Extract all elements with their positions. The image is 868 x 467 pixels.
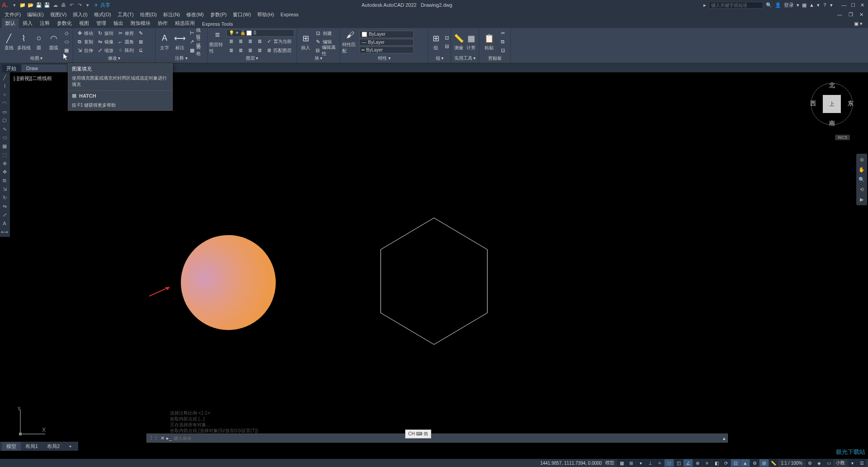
group-panel-title[interactable]: 组 ▾ [430, 55, 449, 62]
nav-wheel-icon[interactable]: ⊛ [858, 156, 866, 164]
status-custom-icon[interactable]: ▾ [848, 459, 857, 467]
status-cycle-icon[interactable]: ⟳ [722, 459, 731, 467]
menu-item-1[interactable]: 编辑(E) [24, 10, 47, 19]
mirror-button[interactable]: ⇋镜像 [95, 38, 115, 46]
tab-drawing[interactable]: Draw [22, 65, 67, 72]
util-panel-title[interactable]: 实用工具 ▾ [453, 55, 477, 62]
status-iso-icon[interactable]: ◈ [815, 459, 824, 467]
ribbon-tab-1[interactable]: 插入 [19, 19, 36, 28]
qat-more-icon[interactable]: ▾ [84, 1, 91, 9]
ribbon-tab-9[interactable]: 精选应用 [171, 19, 198, 28]
doc-restore-icon[interactable]: ❐ [846, 11, 856, 19]
tool-copy-icon[interactable]: ⧉ [0, 176, 9, 184]
ribbon-tab-7[interactable]: 附加模块 [127, 19, 154, 28]
dropdown-icon[interactable]: ▾ [817, 2, 820, 8]
layout-1[interactable]: 布局1 [21, 442, 42, 451]
status-ws-icon[interactable]: ⚙ [750, 459, 759, 467]
paste-button[interactable]: 📋粘贴 [481, 29, 497, 55]
ribbon-tab-5[interactable]: 管理 [93, 19, 110, 28]
menu-item-5[interactable]: 工具(T) [115, 10, 137, 19]
help-dropdown-icon[interactable]: ▾ [830, 2, 833, 8]
menu-item-10[interactable]: 窗口(W) [230, 10, 254, 19]
linetype-dropdown[interactable]: ━ByLayer [359, 47, 414, 53]
fillet-button[interactable]: ⌐圆角 [116, 38, 135, 46]
create-button[interactable]: ⊡创建 [314, 29, 338, 38]
qat-folder-icon[interactable]: 📂 [27, 1, 34, 9]
viewcube-top[interactable]: 上 [823, 95, 841, 113]
block-panel-title[interactable]: 块 ▾ [299, 55, 338, 62]
layout-add[interactable]: + [64, 443, 76, 450]
menu-item-0[interactable]: 文件(F) [2, 10, 24, 19]
help-icon[interactable]: ？ [822, 2, 827, 9]
doc-minimize-icon[interactable]: — [835, 11, 845, 19]
ucs-icon[interactable]: Y X [16, 407, 47, 439]
scale-button[interactable]: ⤢缩放 [95, 47, 115, 55]
menu-item-9[interactable]: 参数(P) [208, 10, 230, 19]
status-clean-icon[interactable]: ▭ [824, 459, 833, 467]
polygon-button[interactable]: ◇ [62, 29, 71, 38]
layout-model[interactable]: 模型 [2, 442, 21, 451]
qat-undo-icon[interactable]: ↶ [68, 1, 75, 9]
viewcube-north[interactable]: 北 [829, 81, 835, 90]
polyline-button[interactable]: ⌇多段线 [17, 29, 31, 55]
app-switcher-icon[interactable]: ▦ [802, 2, 807, 8]
clip-btn3[interactable]: ⊡ [498, 47, 507, 55]
match-button[interactable]: 🖌特性匹配 [342, 29, 359, 55]
group-button[interactable]: ⊞组 [430, 29, 441, 55]
qat-new-icon[interactable]: ▾ [11, 1, 18, 9]
status-scale[interactable]: 1:1 / 100% [781, 461, 802, 466]
doc-close-icon[interactable]: ✕ [857, 11, 866, 19]
tool-line-icon[interactable]: ╱ [0, 73, 9, 81]
tool-rect-icon[interactable]: ▭ [0, 108, 9, 116]
stretch-button[interactable]: ⇲拉伸 [75, 47, 94, 55]
search-icon[interactable]: 🔍 [766, 2, 772, 8]
arc-button[interactable]: ◠圆弧 [47, 29, 61, 55]
text-button[interactable]: A文字 [157, 29, 172, 55]
clip-panel-title[interactable]: 剪贴板 [481, 55, 509, 62]
status-model[interactable]: 模型 [605, 460, 614, 466]
status-osnap-icon[interactable]: □ [665, 459, 674, 467]
menu-item-3[interactable]: 插入(I) [70, 10, 90, 19]
qat-saveas-icon[interactable]: 💾 [43, 1, 51, 9]
status-menu-icon[interactable]: ☰ [857, 459, 866, 467]
erase-button[interactable]: ✎ [136, 29, 145, 38]
tool-circle-icon[interactable]: ○ [0, 90, 9, 99]
layer-btn5[interactable]: ≣ [226, 47, 236, 55]
table-button[interactable]: ▦表格 [188, 47, 205, 55]
menu-item-12[interactable]: Express [278, 11, 301, 18]
layer-panel-title[interactable]: 图层 ▾ [209, 55, 295, 62]
viewcube-south[interactable]: 南 [829, 119, 835, 127]
status-ortho-icon[interactable]: ⊥ [646, 459, 655, 467]
tool-stretch-icon[interactable]: ⇲ [0, 185, 9, 193]
search-input[interactable] [709, 2, 763, 9]
trim-button[interactable]: ✂修剪 [116, 29, 135, 38]
props-panel-title[interactable]: 特性 ▾ [342, 55, 426, 62]
tool-region-icon[interactable]: ⬚ [0, 151, 9, 159]
status-otrack-icon[interactable]: ∠ [684, 459, 693, 467]
cut-button[interactable]: ✂ [498, 29, 507, 38]
circle-button[interactable]: ○圆 [32, 29, 46, 55]
drawing-hexagon[interactable] [377, 217, 491, 348]
tool-ellipse-icon[interactable]: ⬭ [0, 133, 9, 142]
offset-button[interactable]: ⊆ [136, 47, 145, 55]
status-annscale-icon[interactable]: ▲ [741, 459, 750, 467]
viewcube[interactable]: 上 北 南 东 西 WCS [809, 77, 854, 140]
menu-item-7[interactable]: 标注(N) [160, 10, 183, 19]
maximize-icon[interactable]: ☐ [849, 1, 857, 9]
status-qp-icon[interactable]: ⊞ [760, 459, 769, 467]
qat-save-icon[interactable]: 💾 [35, 1, 42, 9]
layer-btn6[interactable]: ≣ [236, 47, 245, 55]
command-line[interactable]: ⋮⋮ ✕ ▸_ ▴ [146, 434, 728, 443]
layer-match-button[interactable]: ≣匹配图层 [264, 47, 293, 55]
nav-zoom-icon[interactable]: 🔍 [858, 175, 866, 184]
qat-cloud-icon[interactable]: ☁ [52, 1, 59, 9]
cmdline-close-icon[interactable]: ✕ [160, 435, 165, 441]
status-polar-icon[interactable]: ✧ [655, 459, 664, 467]
ribbon-tab-6[interactable]: 输出 [110, 19, 127, 28]
status-snap-icon[interactable]: ⊞ [627, 459, 636, 467]
color-dropdown[interactable]: ByLayer [359, 31, 414, 38]
menu-item-4[interactable]: 格式(O) [91, 10, 114, 19]
layer-btn4[interactable]: ≣ [255, 38, 264, 46]
tool-spline-icon[interactable]: ∿ [0, 125, 9, 133]
status-lwt-icon[interactable]: ≡ [703, 459, 712, 467]
